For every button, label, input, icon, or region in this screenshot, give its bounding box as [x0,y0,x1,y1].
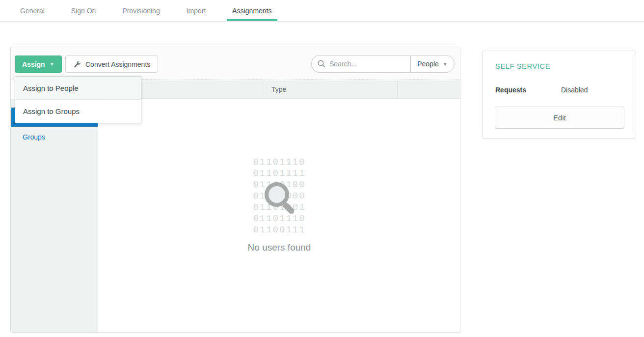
assign-button-label: Assign [22,60,45,68]
assignments-toolbar: Assign ▼ Convert Assignments [11,47,460,80]
menu-item-assign-to-people[interactable]: Assign to People [15,77,141,100]
search-scope-label: People [417,60,439,68]
tab-assignments[interactable]: Assignments [227,0,277,21]
self-service-title: SELF SERVICE [495,62,550,70]
chevron-down-icon: ▼ [443,61,448,67]
edit-button[interactable]: Edit [495,107,624,129]
convert-assignments-button[interactable]: Convert Assignments [65,56,158,73]
binary-line: 01101111 [99,168,460,179]
binary-line: 01101110 [99,213,460,225]
binary-line: 01100111 [99,225,460,236]
empty-state-message: No users found [99,242,460,253]
column-divider [397,81,398,98]
assign-dropdown-menu: Assign to People Assign to Groups [15,76,141,123]
self-service-panel: SELF SERVICE Requests Disabled Edit [482,51,636,139]
search-control: People ▼ [311,55,455,73]
tab-provisioning[interactable]: Provisioning [117,0,165,21]
search-scope-dropdown[interactable]: People ▼ [410,55,455,73]
assign-button[interactable]: Assign ▼ [15,56,62,73]
search-input[interactable] [312,56,410,72]
type-column-header: Type [271,81,286,99]
tab-sign-on[interactable]: Sign On [66,0,102,21]
wrench-icon [73,60,81,68]
tab-general[interactable]: General [15,0,50,21]
search-icon [317,59,326,70]
menu-item-assign-to-groups[interactable]: Assign to Groups [15,100,141,123]
convert-assignments-label: Convert Assignments [85,60,150,68]
column-divider [264,81,264,98]
assignment-filter-sidebar: Groups [11,99,98,332]
app-tab-bar: General Sign On Provisioning Import Assi… [0,0,644,22]
app-assignments-page: General Sign On Provisioning Import Assi… [0,0,644,337]
requests-status-value: Disabled [561,86,588,94]
requests-label: Requests [495,86,526,94]
table-empty-body: 01101110 01101111 01110100 01101000 0110… [99,99,460,332]
chevron-down-icon: ▼ [50,61,54,67]
binary-line: 01101110 [99,157,460,168]
search-box [311,55,410,73]
table-header-row: Type [98,81,460,99]
tab-import[interactable]: Import [181,0,212,21]
sidebar-item-groups[interactable]: Groups [11,127,98,147]
